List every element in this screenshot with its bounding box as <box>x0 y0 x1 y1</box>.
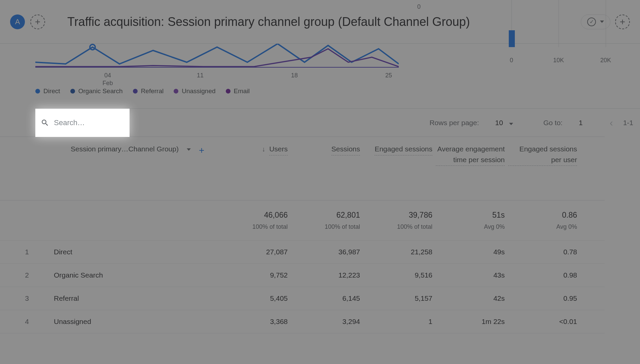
data-table: Session primary…Channel Group) + ↓ Users… <box>0 137 605 333</box>
row-metric: <0.01 <box>508 318 580 326</box>
row-metric: 27,087 <box>219 248 291 256</box>
legend-dot <box>35 89 40 94</box>
row-metric: 0.78 <box>508 248 580 256</box>
caret-down-icon <box>509 123 513 125</box>
goto-input[interactable]: 1 <box>579 119 583 127</box>
row-index: 1 <box>0 248 54 256</box>
row-metric: 3,294 <box>291 318 363 326</box>
prev-page-button[interactable]: ‹ <box>610 117 613 129</box>
row-index: 3 <box>0 294 54 302</box>
col-header-engaged-sessions[interactable]: Engaged sessions <box>363 144 436 193</box>
row-metric: 0.95 <box>508 294 580 302</box>
bar-segment <box>509 30 515 47</box>
line-chart-svg <box>35 44 399 71</box>
row-metric: 21,258 <box>363 248 436 256</box>
search-icon <box>41 118 49 128</box>
xtick-4: 25 <box>385 72 392 79</box>
row-metric: 6,145 <box>291 294 363 302</box>
row-metric: 12,223 <box>291 271 363 279</box>
row-metric: 9,752 <box>219 271 291 279</box>
rows-per-page-select[interactable]: 10 <box>489 119 513 127</box>
xtick-1: 04 Feb <box>102 72 113 87</box>
row-metric: 5,405 <box>219 294 291 302</box>
avatar[interactable]: A <box>10 14 25 29</box>
row-metric: 3,368 <box>219 318 291 326</box>
add-dimension-button[interactable]: + <box>199 145 204 156</box>
table-controls-bar: Rows per page: 10 Go to: 1 ‹ 1-1 <box>35 108 640 137</box>
legend-item-email[interactable]: Email <box>226 87 250 95</box>
row-dimension: Unassigned <box>54 318 219 326</box>
search-box[interactable] <box>35 109 130 137</box>
row-metric: 43s <box>436 271 508 279</box>
rows-per-page-label: Rows per page: <box>429 119 479 127</box>
row-metric: 49s <box>436 248 508 256</box>
xtick-3: 18 <box>291 72 298 79</box>
search-input[interactable] <box>54 118 124 127</box>
goto-label: Go to: <box>543 119 563 127</box>
col-header-sessions[interactable]: Sessions <box>291 144 363 193</box>
table-row[interactable]: 2Organic Search9,75212,2239,51643s0.98 <box>0 264 605 287</box>
row-metric: 1 <box>363 318 436 326</box>
row-metric: 9,516 <box>363 271 436 279</box>
row-dimension: Organic Search <box>54 271 219 279</box>
sort-arrow-icon: ↓ <box>262 145 265 153</box>
table-row[interactable]: 4Unassigned3,3683,29411m 22s<0.01 <box>0 310 605 333</box>
row-metric: 42s <box>436 294 508 302</box>
legend-item-referral[interactable]: Referral <box>133 87 164 95</box>
col-header-engaged-per-user[interactable]: Engaged sessions per user <box>508 144 580 193</box>
bar-chart: 0 0 10K 20K <box>478 0 639 67</box>
legend-item-organic[interactable]: Organic Search <box>70 87 123 95</box>
col-header-users[interactable]: ↓ Users <box>219 144 291 193</box>
row-dimension: Referral <box>54 294 219 302</box>
totals-row: 46,066100% of total 62,801100% of total … <box>0 201 605 241</box>
table-header-row: Session primary…Channel Group) + ↓ Users… <box>0 137 605 201</box>
row-index: 2 <box>0 271 54 279</box>
page-range: 1-1 <box>623 119 633 127</box>
legend-item-unassigned[interactable]: Unassigned <box>174 87 215 95</box>
caret-down-icon <box>187 148 191 151</box>
row-index: 4 <box>0 318 54 326</box>
xtick-2: 11 <box>197 72 204 79</box>
row-metric: 1m 22s <box>436 318 508 326</box>
table-row[interactable]: 1Direct27,08736,98721,25849s0.78 <box>0 241 605 264</box>
row-metric: 5,157 <box>363 294 436 302</box>
row-metric: 36,987 <box>291 248 363 256</box>
col-header-avg-engagement[interactable]: Average engagement time per session <box>436 144 508 193</box>
row-metric: 0.98 <box>508 271 580 279</box>
row-dimension: Direct <box>54 248 219 256</box>
table-row[interactable]: 3Referral5,4056,1455,15742s0.95 <box>0 287 605 310</box>
add-comparison-button[interactable]: + <box>30 14 45 29</box>
dimension-selector[interactable]: Session primary…Channel Group) <box>71 145 179 153</box>
legend-item-direct[interactable]: Direct <box>35 87 60 95</box>
